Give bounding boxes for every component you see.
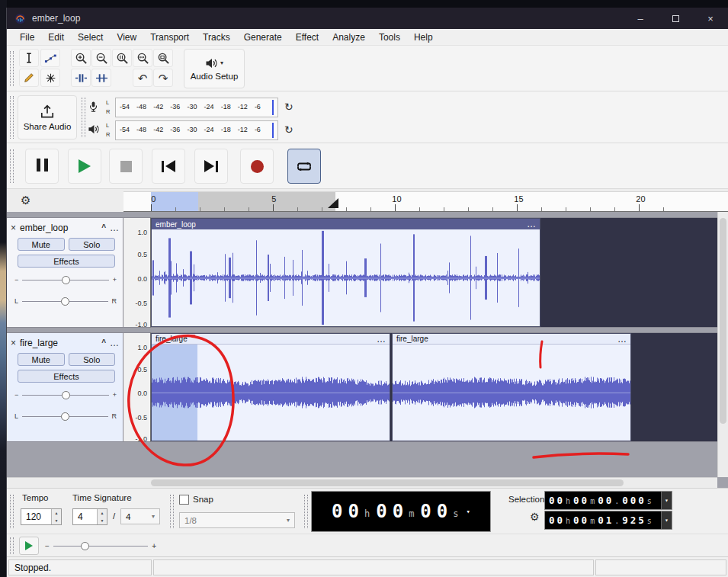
toolbar-grip[interactable] [10,495,14,528]
waveform-fire-large-2[interactable] [393,345,630,441]
track-close-icon[interactable]: × [11,338,16,348]
snap-checkbox[interactable] [179,495,189,505]
effects-button[interactable]: Effects [18,255,115,268]
maximize-button[interactable] [658,8,693,29]
gain-slider-thumb[interactable] [62,276,70,284]
vertical-scale-ruler[interactable]: 1.0 0.5 0.0 -0.5 -1.0 [123,332,151,442]
beats-per-measure-input[interactable]: 4 ▲▼ [72,508,107,525]
horizontal-scrollbar-thumb[interactable] [151,479,624,486]
beats-spinner[interactable]: ▲▼ [97,509,107,524]
record-button[interactable] [240,149,274,184]
track-name[interactable]: ember_loop [20,223,68,233]
zoom-in-button[interactable] [71,49,91,67]
tempo-spinner[interactable]: ▲▼ [51,509,61,524]
track-menu-icon[interactable]: … [110,341,119,345]
clip-menu-icon[interactable]: … [617,338,627,341]
menu-generate[interactable]: Generate [237,30,289,44]
menu-edit[interactable]: Edit [41,30,71,44]
skip-to-end-button[interactable] [194,149,228,184]
tempo-input[interactable]: 120 ▲▼ [21,508,62,525]
clip-menu-icon[interactable]: … [377,338,386,341]
menu-file[interactable]: File [13,30,41,44]
gain-slider[interactable]: − + [14,389,117,400]
undo-button[interactable]: ↶ [133,69,152,87]
mute-button[interactable]: Mute [18,238,65,251]
track-name[interactable]: fire_large [20,338,58,348]
clip-ember-loop[interactable]: ember_loop … [151,218,540,327]
track-lane[interactable]: fire_large … fire_large … [151,332,718,442]
solo-button[interactable]: Solo [69,238,116,251]
toolbar-grip[interactable] [10,149,14,183]
mute-button[interactable]: Mute [18,353,65,366]
play-button[interactable] [68,149,101,184]
vertical-scrollbar[interactable] [717,212,728,477]
toolbar-grip[interactable] [10,96,14,139]
menu-view[interactable]: View [110,30,143,44]
selection-tool-button[interactable] [19,49,39,67]
playback-meter[interactable]: LR -54-48-42-36-30-24-18-12-6 ↻ [88,120,307,140]
playback-speed-slider[interactable]: − + [45,537,156,554]
effects-button[interactable]: Effects [18,370,115,383]
menu-analyze[interactable]: Analyze [326,30,372,44]
stop-button[interactable] [109,149,143,184]
beat-unit-select[interactable]: 4 ▾ [120,508,160,524]
clip-fire-large-1[interactable]: fire_large … [151,333,390,441]
time-format-dropdown-icon[interactable]: ▾ [467,508,470,515]
pan-slider[interactable]: L R [14,296,117,306]
skip-to-start-button[interactable] [152,149,185,184]
vertical-scale-ruler[interactable]: 1.0 0.5 0.0 -0.5 -1.0 [123,217,151,328]
play-at-speed-button[interactable] [19,537,39,555]
toolbar-grip[interactable] [304,495,308,528]
menu-select[interactable]: Select [71,30,110,44]
horizontal-scrollbar[interactable] [7,477,717,488]
waveform-fire-large-1[interactable] [152,345,390,441]
menu-tracks[interactable]: Tracks [196,30,237,44]
toolbar-grip[interactable] [10,51,14,86]
audio-setup-button[interactable]: ▾ Audio Setup [184,49,245,88]
zoom-fit-button[interactable] [133,49,152,67]
solo-button[interactable]: Solo [69,353,116,366]
meter-level-caret[interactable] [272,123,274,138]
gain-slider[interactable]: − + [14,274,117,285]
menu-help[interactable]: Help [407,30,440,44]
menu-effect[interactable]: Effect [289,30,326,44]
loop-button[interactable] [287,149,321,184]
track-menu-icon[interactable]: … [110,226,119,230]
playback-meter-bar[interactable]: -54-48-42-36-30-24-18-12-6 [115,120,278,140]
chevron-down-icon[interactable]: ▾ [661,511,672,529]
track-close-icon[interactable]: × [11,223,16,233]
multi-tool-button[interactable] [40,69,60,87]
recording-meter[interactable]: LR -54-48-42-36-30-24-18-12-6 ↻ [88,98,307,117]
audio-position-display[interactable]: 00h 00m 00s ▾ [312,492,490,531]
minimize-button[interactable]: – [623,8,658,29]
selection-options-gear-icon[interactable]: ⚙ [530,511,540,523]
menu-tools[interactable]: Tools [372,30,407,44]
envelope-tool-button[interactable] [40,49,60,67]
pan-slider-thumb[interactable] [61,412,69,421]
track-collapse-icon[interactable]: ^ [101,223,106,232]
zoom-toggle-button[interactable] [153,49,173,67]
toolbar-grip[interactable] [82,98,85,137]
meter-options-icon[interactable]: ↻ [284,101,293,113]
clip-fire-large-2[interactable]: fire_large … [392,333,631,441]
toolbar-grip[interactable] [170,495,174,528]
speed-slider-thumb[interactable] [81,542,89,550]
share-audio-button[interactable]: Share Audio [18,95,77,139]
clip-menu-icon[interactable]: … [527,223,536,226]
snap-interval-select[interactable]: 1/8 ▾ [179,512,295,528]
close-button[interactable]: × [693,8,728,29]
chevron-down-icon[interactable]: ▾ [661,492,672,509]
redo-button[interactable]: ↷ [153,69,173,87]
menu-transport[interactable]: Transport [143,30,196,44]
toolbar-grip[interactable] [10,537,14,554]
gain-slider-thumb[interactable] [62,391,70,399]
pause-button[interactable] [25,149,59,184]
track-collapse-icon[interactable]: ^ [101,338,106,347]
meter-options-icon[interactable]: ↻ [284,123,293,136]
silence-audio-button[interactable] [91,69,111,87]
pan-slider[interactable]: L R [14,411,117,422]
waveform-ember-loop[interactable] [152,229,540,326]
vertical-scrollbar-thumb[interactable] [720,218,726,424]
selection-end-field[interactable]: 00h 00m 01. 925s ▾ [545,511,672,529]
timeline-ruler[interactable]: 0 5 10 15 20 [123,191,728,212]
